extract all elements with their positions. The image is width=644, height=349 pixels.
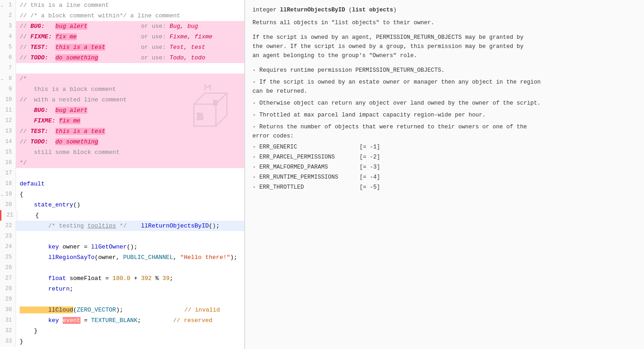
line-content: */ [16, 158, 244, 168]
line-row: 25 llRegionSayTo(owner, PUBLIC_CHANNEL, … [0, 252, 244, 263]
line-content: float someFloat = 180.0 + 392 % 39; [16, 273, 244, 284]
line-number: 10 [0, 95, 16, 105]
line-number: 11 [0, 105, 16, 116]
line-number: 4 [0, 32, 16, 42]
line-content: default [16, 179, 244, 189]
line-number: 17 [0, 168, 16, 179]
line-number: 24 [0, 242, 16, 252]
doc-err1-val: [= -1] [360, 143, 380, 152]
line-content: this is a block comment [16, 84, 244, 95]
doc-param: list objects [352, 7, 393, 13]
line-content [16, 168, 244, 179]
line-number: ⚊ 1 [0, 0, 16, 11]
line-content: still some block comment [16, 147, 244, 158]
line-content [16, 63, 244, 74]
line-number: 18 [0, 179, 16, 189]
doc-err4-label: - ERR_RUNTIME_PERMISSIONS [252, 173, 358, 182]
doc-bullet4: - Throttled at max parcel land impact ca… [252, 111, 637, 120]
line-content: // TEST: this is a test [16, 126, 244, 137]
doc-bullet5: - Returns the number of objects that wer… [252, 122, 637, 141]
line-row: 24 key owner = llGetOwner(); [0, 242, 244, 252]
line-content: /* testing tooltips */ llReturnObjectsBy… [16, 221, 244, 231]
doc-err5-label: - ERR_THROTTLED [252, 183, 358, 192]
line-content: { [17, 210, 244, 221]
line-number: 22 [0, 221, 16, 231]
line-content: key owner = llGetOwner(); [16, 242, 244, 252]
line-content: FIXME: fix me [16, 116, 244, 126]
line-content: // TODO: do something [16, 137, 244, 147]
doc-desc1: Returns all objects in "list objects" to… [252, 18, 637, 27]
line-row: 17 [0, 168, 244, 179]
fold-icon[interactable]: ⚊ [1, 189, 3, 200]
doc-err2-val: [= -2] [360, 153, 380, 162]
line-number: 31 [0, 315, 16, 326]
line-number: ⚊ 8 [0, 74, 16, 84]
doc-err2-label: - ERR_PARCEL_PERMISSIONS [252, 153, 358, 162]
line-row: 4 // FIXME: fix me or use: Fixme, fixme [0, 32, 244, 42]
line-row: 26 [0, 263, 244, 273]
line-content: // this is a line comment [16, 0, 244, 11]
line-row: 28 return; [0, 284, 244, 294]
doc-err3: - ERR_MALFORMED_PARAMS [= -3] [252, 163, 637, 172]
line-number: 20 [0, 200, 16, 210]
line-row: 30 llCloud(ZERO_VECTOR); // invalid [0, 305, 244, 315]
line-row: 18 default [0, 179, 244, 189]
line-content: } [16, 336, 244, 347]
line-number: 14 [0, 137, 16, 147]
doc-err5: - ERR_THROTTLED [= -5] [252, 183, 637, 192]
line-content: llCloud(ZERO_VECTOR); // invalid [16, 305, 244, 315]
line-row: 5 // TEST: this is a test or use: Test, … [0, 42, 244, 53]
line-number: 2 [0, 11, 16, 21]
line-content: // FIXME: fix me or use: Fixme, fixme [16, 32, 244, 42]
line-content: // with a nested line comment [16, 95, 244, 105]
line-content: state_entry() [16, 200, 244, 210]
line-row: 16 */ [0, 158, 244, 168]
line-content: llRegionSayTo(owner, PUBLIC_CHANNEL, "He… [16, 252, 244, 263]
line-content [16, 294, 244, 305]
line-row: 23 [0, 231, 244, 242]
line-number: 5 [0, 42, 16, 53]
doc-err5-val: [= -5] [360, 183, 380, 192]
line-number: 25 [0, 252, 16, 263]
line-row: 13 // TEST: this is a test [0, 126, 244, 137]
line-number: 27 [0, 273, 16, 284]
line-row: 12 FIXME: fix me [0, 116, 244, 126]
doc-desc2: If the script is owned by an agent, PERM… [252, 33, 637, 60]
line-row: ⚊ 19 { [0, 189, 244, 200]
line-row: 15 still some block comment [0, 147, 244, 158]
line-row: ⚊ 1 // this is a line comment [0, 0, 244, 11]
line-content: key event = TEXTURE_BLANK; // reserved [16, 315, 244, 326]
doc-err4: - ERR_RUNTIME_PERMISSIONS [= -4] [252, 173, 637, 182]
doc-bullet1: - Requires runtime permission PERMISSION… [252, 66, 637, 75]
line-row: 2 // /* a block comment within*/ a line … [0, 11, 244, 21]
doc-err4-val: [= -4] [360, 173, 380, 182]
line-content: BUG: bug alert [16, 105, 244, 116]
line-row: 7 [0, 63, 244, 74]
line-number: 16 [0, 158, 16, 168]
line-number: 9 [0, 84, 16, 95]
line-row-active: 22 /* testing tooltips */ llReturnObject… [0, 221, 244, 231]
line-number: 3 [0, 21, 16, 32]
line-row: 10 // with a nested line comment [0, 95, 244, 105]
line-number: 21 [1, 210, 17, 221]
fold-icon[interactable]: ⚊ [1, 0, 3, 11]
line-content [16, 231, 244, 242]
line-content: /* [16, 74, 244, 84]
line-content: // TEST: this is a test or use: Test, te… [16, 42, 244, 53]
line-number: 23 [0, 231, 16, 242]
doc-err2: - ERR_PARCEL_PERMISSIONS [= -2] [252, 153, 637, 162]
line-content: // TODO: do something or use: Todo, todo [16, 53, 244, 63]
line-row: 11 BUG: bug alert [0, 105, 244, 116]
line-number: 26 [0, 263, 16, 273]
line-row: 14 // TODO: do something [0, 137, 244, 147]
line-number: 15 [0, 147, 16, 158]
line-row: 29 [0, 294, 244, 305]
line-number: 29 [0, 294, 16, 305]
doc-bullet2: - If the script is owned by an estate ow… [252, 78, 637, 96]
code-editor[interactable]: ⚊ 1 // this is a line comment 2 // /* a … [0, 0, 245, 349]
fold-icon[interactable]: ⚊ [1, 74, 3, 84]
doc-bullet3: - Otherwise object can return any object… [252, 99, 637, 108]
line-number: 32 [0, 326, 16, 336]
doc-err1-label: - ERR_GENERIC [252, 143, 358, 152]
line-row: 3 // BUG: bug alert or use: Bug, bug [0, 21, 244, 32]
